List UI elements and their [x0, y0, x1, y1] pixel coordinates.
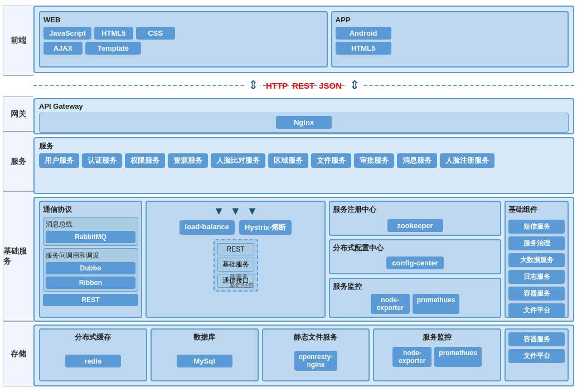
- invoke-title: 服务间调用和调度: [46, 251, 135, 260]
- base-monitor-title: 服务监控: [333, 282, 497, 292]
- comm-section: 通信协议 消息总线 RabbitMQ 服务间调用和调度 Dubbo Ribbon…: [39, 201, 142, 318]
- services-section: 服务 用户服务 认证服务 权限服务 资源服务 人脸比对服务 区域服务 文件服务 …: [33, 137, 574, 194]
- label-frontend: 前端: [3, 6, 33, 76]
- service-msg: 消息服务: [397, 153, 437, 168]
- micro-service-box: REST 基础服务 通信接口 微服务 基础组件: [214, 239, 258, 292]
- base-service-stack: 基础服务: [217, 258, 254, 272]
- app-title: APP: [336, 16, 564, 24]
- mysql-chip: MySql: [177, 355, 232, 367]
- http-label: HTTP: [266, 81, 288, 90]
- chip-app-html5: HTML5: [336, 42, 391, 55]
- ribbon-chip: Ribbon: [46, 277, 135, 289]
- web-title: WEB: [43, 16, 323, 24]
- arrow-down-1: ▼: [214, 205, 225, 217]
- storage-cache: 分布式缓存 redis: [39, 328, 147, 381]
- storage-node-exporter: node- exporter: [392, 347, 431, 367]
- hystrix-chip: Hystrix-熔断: [239, 220, 292, 235]
- web-row1: JavaScript HTML5 CSS: [43, 27, 323, 40]
- comm-title: 通信协议: [43, 205, 138, 215]
- content-column: WEB JavaScript HTML5 CSS AJAX Template A…: [33, 6, 574, 386]
- storage-static: 静态文件服务 openresty- nginx: [262, 328, 370, 381]
- service-file: 文件服务: [311, 153, 351, 168]
- gateway-section: API Gateway Nginx: [33, 98, 574, 134]
- main-container: 前端 网关 服务 基础服务 存储 WEB JavaScript HTML5 CS…: [0, 0, 577, 392]
- label-gateway: 网关: [3, 96, 33, 132]
- service-face-compare: 人脸比对服务: [211, 153, 265, 168]
- registry-section: 服务注册中心 zookeeper: [329, 201, 501, 236]
- storage-inner: 分布式缓存 redis 数据库 MySql 静态文件服务 openre: [39, 328, 569, 381]
- json-label: JSON: [319, 81, 342, 90]
- base-comp-title: 基础组件: [508, 205, 565, 215]
- base-monitor-section: 服务监控 node- exporter promethues: [329, 278, 501, 318]
- zookeeper-chip: zookeeper: [387, 219, 443, 232]
- service-res: 资源服务: [168, 153, 208, 168]
- config-center-chip: config-center: [386, 257, 443, 269]
- app-row2: HTML5: [336, 42, 564, 55]
- storage-monitor-title: 服务监控: [423, 332, 452, 342]
- load-balance-chip: load-balance: [180, 220, 235, 235]
- arrow-down-2: ▼: [230, 205, 241, 217]
- storage-db: 数据库 MySql: [151, 328, 259, 381]
- web-row2: AJAX Template: [43, 42, 323, 55]
- rest-label: REST: [292, 81, 314, 90]
- base-section: 通信协议 消息总线 RabbitMQ 服务间调用和调度 Dubbo Ribbon…: [33, 197, 574, 322]
- chip-ajax: AJAX: [43, 42, 83, 55]
- frontend-section: WEB JavaScript HTML5 CSS AJAX Template A…: [33, 6, 574, 73]
- storage-base-comp: 容器服务 文件平台: [505, 328, 569, 381]
- service-auth: 认证服务: [82, 153, 122, 168]
- chip-template: Template: [85, 42, 141, 55]
- container-chip: 容器服务: [508, 287, 565, 301]
- invoke-sub: 服务间调用和调度 Dubbo Ribbon: [43, 248, 138, 292]
- config-section: 分布式配置中心 config-center: [329, 239, 501, 274]
- fileplatform-chip: 文件平台: [508, 303, 565, 317]
- services-title: 服务: [39, 141, 569, 151]
- protocol-row: ⇕ HTTP REST JSON ⇕: [33, 76, 574, 95]
- label-base: 基础服务: [3, 191, 33, 321]
- arrow-left: ⇕: [246, 78, 260, 93]
- base-components: 基础组件 短信服务 服务治理 大数据服务 日志服务 容器服务 文件平台: [505, 201, 569, 318]
- services-grid: 用户服务 认证服务 权限服务 资源服务 人脸比对服务 区域服务 文件服务 审批服…: [39, 153, 569, 168]
- service-perm: 权限服务: [125, 153, 165, 168]
- app-row1: Android: [336, 27, 564, 40]
- dubbo-chip: Dubbo: [46, 262, 135, 274]
- rest-bottom-chip: REST: [43, 294, 138, 306]
- redis-chip: redis: [65, 355, 121, 367]
- db-title: 数据库: [193, 332, 215, 342]
- sms-chip: 短信服务: [508, 220, 565, 234]
- promethues-chip: promethues: [413, 294, 460, 314]
- service-approve: 审批服务: [354, 153, 394, 168]
- openresty-chip: openresty- nginx: [294, 351, 337, 371]
- chip-html5: HTML5: [94, 27, 133, 40]
- base-inner: 通信协议 消息总线 RabbitMQ 服务间调用和调度 Dubbo Ribbon…: [39, 201, 569, 318]
- gateway-title: API Gateway: [39, 102, 569, 110]
- middle-section: ▼ ▼ ▼ load-balance Hystrix-熔断 REST 基础服务 …: [146, 201, 326, 318]
- storage-container-chip: 容器服务: [508, 332, 565, 346]
- service-region: 区域服务: [268, 153, 308, 168]
- node-exporter-chip: node- exporter: [371, 294, 410, 314]
- app-subsection: APP Android HTML5: [331, 11, 569, 67]
- arrow-right: ⇕: [347, 78, 362, 93]
- label-storage: 存储: [3, 321, 33, 386]
- registry-title: 服务注册中心: [333, 205, 497, 215]
- arrow-down-3: ▼: [246, 205, 258, 217]
- nginx-box: Nginx: [39, 113, 569, 133]
- service-face-reg: 人脸注册服务: [440, 153, 494, 168]
- chip-css: CSS: [136, 27, 175, 40]
- web-subsection: WEB JavaScript HTML5 CSS AJAX Template: [39, 11, 328, 67]
- nginx-chip: Nginx: [276, 116, 332, 129]
- storage-promethues: promethues: [434, 347, 482, 367]
- msgbus-title: 消息总线: [46, 220, 135, 229]
- labels-column: 前端 网关 服务 基础服务 存储: [3, 6, 33, 386]
- static-title: 静态文件服务: [294, 332, 337, 342]
- storage-fileplatform-chip: 文件平台: [508, 349, 565, 363]
- log-chip: 日志服务: [508, 270, 565, 284]
- cache-title: 分布式缓存: [75, 332, 111, 342]
- storage-monitor: 服务监控 node- exporter promethues: [373, 328, 501, 381]
- service-user: 用户服务: [39, 153, 79, 168]
- msgbus-sub: 消息总线 RabbitMQ: [43, 217, 138, 246]
- rabbitmq-chip: RabbitMQ: [46, 231, 135, 243]
- label-services: 服务: [3, 132, 33, 191]
- rest-stack: REST: [217, 243, 254, 255]
- protocol-labels: HTTP REST JSON: [266, 81, 342, 90]
- micro-label: 微服务 基础组件: [230, 273, 254, 289]
